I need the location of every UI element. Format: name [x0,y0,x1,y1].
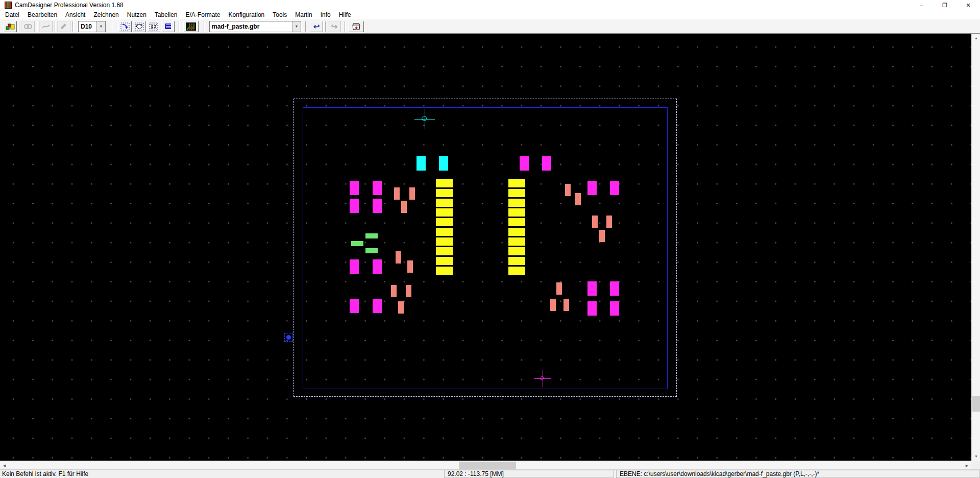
pad-yellow[interactable] [508,228,525,236]
pad-magenta[interactable] [373,259,382,274]
pad-salmon[interactable] [592,216,598,228]
pad-salmon[interactable] [550,299,556,311]
restore-button[interactable]: ❐ [933,0,957,10]
pad-yellow[interactable] [436,199,453,207]
gerber-canvas[interactable] [0,34,971,461]
pad-salmon[interactable] [575,193,581,205]
pad-magenta[interactable] [350,181,359,195]
horizontal-scroll-thumb[interactable] [459,462,516,469]
menu-item-nutzen[interactable]: Nutzen [123,11,151,19]
pen-button-disabled[interactable] [57,21,70,32]
pad-yellow[interactable] [436,237,453,246]
scroll-right-arrow[interactable]: ▶ [963,461,971,470]
menu-item-ansicht[interactable]: Ansicht [61,11,89,19]
pad-yellow[interactable] [508,237,525,246]
pad-yellow[interactable] [508,257,525,265]
pad-salmon[interactable] [394,187,400,200]
scroll-left-arrow[interactable]: ◀ [0,461,9,470]
menu-item-konfiguration[interactable]: Konfiguration [225,11,269,19]
pad-yellow[interactable] [508,247,525,255]
zoom-window-button[interactable] [133,21,146,32]
pad-yellow[interactable] [508,218,525,226]
pad-magenta[interactable] [373,299,382,313]
pad-yellow[interactable] [436,247,453,255]
close-button[interactable]: ✕ [957,0,980,10]
pad-salmon[interactable] [406,285,411,297]
pad-magenta[interactable] [587,281,597,296]
menu-item-martin[interactable]: Martin [291,11,316,19]
pad-magenta[interactable] [610,281,619,296]
pad-salmon[interactable] [409,187,415,200]
pad-magenta[interactable] [542,156,551,171]
pad-magenta[interactable] [587,301,597,316]
layer-file-combobox[interactable]: mad-f_paste.gbr ▼ [209,21,301,32]
minimize-button[interactable]: – [910,0,933,10]
pad-yellow[interactable] [508,208,525,217]
menu-item-bearbeiten[interactable]: Bearbeiten [23,11,61,19]
pad-yellow[interactable] [508,179,525,187]
menu-item-tabellen[interactable]: Tabellen [151,11,182,19]
pad-cyan[interactable] [439,156,448,171]
menu-item-e-a-formate[interactable]: E/A-Formate [182,11,225,19]
pad-magenta[interactable] [610,301,619,316]
board-frame-solid [303,107,668,389]
pad-yellow[interactable] [436,228,453,236]
pad-yellow[interactable] [436,218,453,226]
pad-yellow[interactable] [436,257,453,265]
pad-salmon[interactable] [396,251,401,264]
pad-yellow[interactable] [508,199,525,207]
pad-magenta[interactable] [350,299,359,313]
scroll-down-arrow[interactable]: ▼ [972,452,980,461]
pad-magenta[interactable] [350,199,359,213]
menu-item-zeichnen[interactable]: Zeichnen [89,11,122,19]
horizontal-scrollbar[interactable]: ◀ ▶ [0,461,971,469]
zoom-previous-button[interactable] [118,21,132,32]
pad-magenta[interactable] [587,181,597,195]
undo-button[interactable]: ↩ [310,21,323,32]
pad-yellow[interactable] [508,267,525,275]
pad-magenta[interactable] [520,156,529,171]
board-view-button[interactable] [183,21,199,32]
menu-item-info[interactable]: Info [316,11,335,19]
pad-magenta[interactable] [373,181,382,195]
pad-magenta[interactable] [350,259,359,274]
pad-salmon[interactable] [599,230,605,242]
pad-salmon[interactable] [556,282,562,295]
menu-item-hilfe[interactable]: Hilfe [335,11,355,19]
export-box-button[interactable] [349,21,364,32]
pad-salmon[interactable] [407,260,413,273]
vertical-scrollbar[interactable]: ▲ ▼ [971,34,980,461]
curve-button-disabled[interactable] [39,21,53,32]
pad-yellow[interactable] [436,208,453,217]
scroll-up-arrow[interactable]: ▲ [972,34,980,42]
redraw-layers-button[interactable] [161,21,175,32]
pad-salmon[interactable] [565,184,571,196]
pad-green[interactable] [351,241,363,246]
pad-green[interactable] [365,248,378,253]
chevron-down-icon[interactable]: ▼ [96,21,105,32]
menu-item-tools[interactable]: Tools [268,11,291,19]
pad-yellow[interactable] [436,189,453,197]
apertures-button[interactable] [4,21,17,32]
pad-salmon[interactable] [391,285,397,297]
pad-salmon[interactable] [564,299,569,311]
vertical-scroll-thumb[interactable] [972,396,980,412]
redo-button-disabled[interactable]: ↪ [328,21,341,32]
link-button-disabled[interactable] [21,21,35,32]
pad-cyan[interactable] [416,156,426,171]
pad-yellow[interactable] [508,189,525,197]
pad-salmon[interactable] [398,301,404,314]
arrows-inward-icon [149,22,158,31]
pad-yellow[interactable] [436,267,453,275]
pad-magenta[interactable] [373,199,382,213]
pad-salmon[interactable] [606,216,612,228]
menu-item-datei[interactable]: Datei [1,11,23,19]
pad-salmon[interactable] [401,201,407,213]
pad-green[interactable] [365,233,378,238]
pad-yellow[interactable] [436,179,453,187]
chevron-down-icon[interactable]: ▼ [292,21,301,32]
zoom-fit-button[interactable] [147,21,160,32]
pad-magenta[interactable] [610,181,619,195]
toolbar-separator [305,21,306,32]
d-code-combobox[interactable]: D10 ▼ [78,21,106,32]
